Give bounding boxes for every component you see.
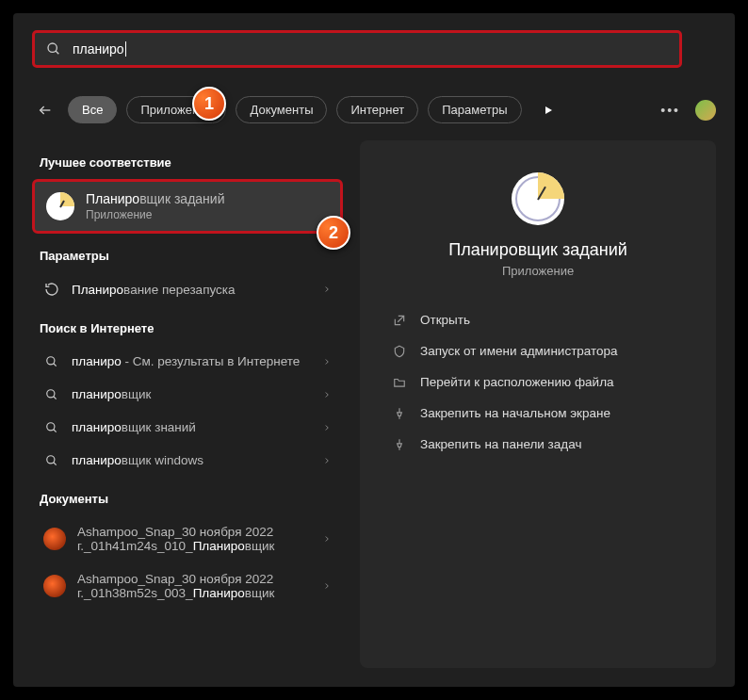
- section-settings: Параметры: [40, 249, 343, 263]
- action-label: Закрепить на начальном экране: [420, 406, 610, 420]
- more-tabs-button[interactable]: [535, 97, 561, 123]
- tab-internet[interactable]: Интернет: [336, 96, 418, 123]
- section-best-match: Лучшее соответствие: [40, 155, 343, 170]
- best-match-subtitle: Приложение: [86, 208, 224, 221]
- settings-result-item[interactable]: Планирование перезапуска: [32, 272, 343, 306]
- callout-2: 2: [317, 216, 350, 250]
- chevron-right-icon: [322, 285, 332, 294]
- action-open[interactable]: Открыть: [388, 304, 688, 335]
- svg-point-6: [47, 389, 55, 397]
- web-result-item[interactable]: планировщик знаний: [32, 411, 343, 444]
- preview-panel: Планировщик заданий Приложение Открыть З…: [360, 140, 716, 668]
- document-result-label: Ashampoo_Snap_30 ноября 2022 г._01h38m52…: [77, 572, 311, 600]
- document-icon: [43, 575, 66, 597]
- preview-app-icon: [512, 172, 564, 225]
- svg-marker-3: [545, 106, 552, 114]
- document-icon: [43, 528, 66, 550]
- action-label: Запуск от имени администратора: [420, 344, 618, 358]
- action-label: Закрепить на панели задач: [420, 437, 581, 451]
- svg-line-9: [54, 429, 57, 431]
- document-result-item[interactable]: Ashampoo_Snap_30 ноября 2022 г._01h38m52…: [32, 562, 343, 610]
- settings-result-label: Планирование перезапуска: [72, 283, 311, 297]
- pin-icon: [392, 438, 407, 451]
- search-icon: [46, 41, 61, 57]
- web-result-item[interactable]: планиро - См. результаты в Интернете: [32, 345, 343, 378]
- svg-line-11: [54, 462, 57, 464]
- action-label: Перейти к расположению файла: [420, 375, 614, 389]
- svg-point-4: [47, 356, 55, 364]
- chevron-right-icon: [322, 534, 332, 544]
- search-icon: [43, 421, 60, 434]
- search-icon: [43, 355, 60, 368]
- web-result-label: планиро - См. результаты в Интернете: [72, 354, 311, 368]
- chevron-right-icon: [322, 357, 332, 366]
- preview-subtitle: Приложение: [388, 264, 688, 278]
- chevron-right-icon: [322, 390, 332, 399]
- filter-tabs: Все Приложения Документы Интернет Параме…: [32, 96, 716, 123]
- web-result-label: планировщик windows: [72, 453, 311, 467]
- search-icon: [43, 388, 60, 401]
- restart-icon: [43, 282, 60, 297]
- pin-icon: [392, 407, 407, 420]
- web-result-label: планировщик знаний: [72, 420, 311, 434]
- web-result-item[interactable]: планировщик windows: [32, 444, 343, 477]
- tab-settings[interactable]: Параметры: [428, 96, 521, 123]
- action-run-admin[interactable]: Запуск от имени администратора: [388, 335, 688, 366]
- web-result-item[interactable]: планировщик: [32, 378, 343, 411]
- search-icon: [43, 454, 60, 467]
- svg-point-0: [48, 43, 57, 52]
- chevron-right-icon: [322, 423, 332, 432]
- chevron-right-icon: [322, 456, 332, 465]
- open-icon: [392, 314, 407, 327]
- action-pin-start[interactable]: Закрепить на начальном экране: [388, 398, 688, 429]
- svg-line-1: [56, 51, 58, 54]
- preview-title: Планировщик заданий: [388, 240, 688, 260]
- action-label: Открыть: [420, 313, 470, 327]
- results-panel: Лучшее соответствие Планировщик заданий …: [32, 140, 343, 668]
- best-match-title: Планировщик заданий: [86, 191, 224, 206]
- svg-line-5: [54, 363, 57, 366]
- callout-1: 1: [192, 87, 226, 121]
- svg-point-10: [47, 455, 55, 463]
- tab-all[interactable]: Все: [68, 96, 117, 123]
- search-query: планиро: [73, 41, 124, 57]
- svg-point-8: [47, 422, 55, 430]
- task-scheduler-icon: [46, 192, 74, 220]
- back-button[interactable]: [32, 97, 58, 123]
- svg-line-7: [54, 396, 57, 399]
- tab-documents[interactable]: Документы: [236, 96, 327, 123]
- action-pin-taskbar[interactable]: Закрепить на панели задач: [388, 429, 688, 460]
- action-open-location[interactable]: Перейти к расположению файла: [388, 366, 688, 398]
- folder-icon: [392, 376, 407, 389]
- search-box[interactable]: планиро: [32, 30, 682, 68]
- chevron-right-icon: [322, 581, 332, 591]
- best-match-item[interactable]: Планировщик заданий Приложение: [32, 179, 343, 234]
- document-result-item[interactable]: Ashampoo_Snap_30 ноября 2022 г._01h41m24…: [32, 515, 343, 562]
- shield-icon: [392, 345, 407, 358]
- user-avatar[interactable]: [695, 100, 716, 121]
- document-result-label: Ashampoo_Snap_30 ноября 2022 г._01h41m24…: [77, 525, 311, 553]
- section-web: Поиск в Интернете: [40, 321, 343, 335]
- more-options-button[interactable]: •••: [660, 103, 680, 118]
- web-result-label: планировщик: [72, 387, 311, 401]
- section-documents: Документы: [40, 492, 343, 506]
